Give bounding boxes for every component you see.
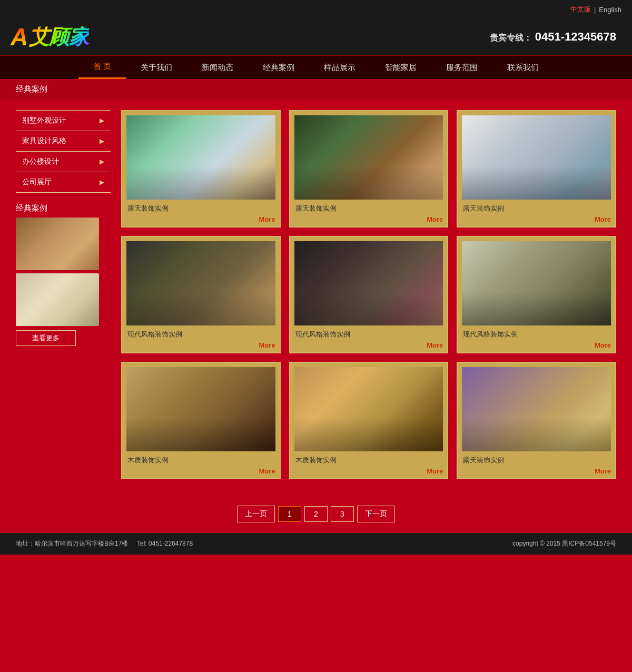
gallery-card[interactable]: 露天装饰实例 More [457, 362, 616, 479]
gallery-card-image [462, 367, 611, 451]
nav-item-news[interactable]: 新闻动态 [187, 56, 248, 79]
lang-en[interactable]: English [599, 6, 621, 14]
sidebar-item-furniture-label: 家具设计风格 [22, 136, 66, 146]
gallery-card[interactable]: 露天装饰实例 More [289, 110, 449, 228]
lang-cn[interactable]: 中文版 [570, 5, 591, 14]
main-content: 别墅外观设计 ▶ 家具设计风格 ▶ 办公楼设计 ▶ 公司展厅 ▶ 经典案例 查看… [0, 100, 632, 490]
pagination: 上一页 1 2 3 下一页 [0, 490, 632, 533]
header: A 艾顾家 贵宾专线： 0451-12345678 [0, 19, 632, 56]
gallery-card[interactable]: 现代风格装饰实例 More [289, 236, 449, 353]
sidebar-image-2[interactable] [16, 273, 99, 326]
logo[interactable]: A 艾顾家 [11, 23, 89, 51]
arrow-icon: ▶ [100, 117, 104, 124]
gallery-card-more[interactable]: More [294, 341, 443, 349]
gallery-card-more[interactable]: More [294, 467, 443, 475]
gallery-card-title: 木质装饰实例 [294, 456, 443, 465]
sidebar-item-office[interactable]: 办公楼设计 ▶ [16, 152, 111, 172]
tel-label: Tel: [137, 540, 147, 547]
sidebar: 别墅外观设计 ▶ 家具设计风格 ▶ 办公楼设计 ▶ 公司展厅 ▶ 经典案例 查看… [16, 110, 111, 479]
sidebar-section-title: 经典案例 [16, 203, 111, 213]
logo-name: 艾顾家 [29, 24, 89, 51]
hotline-label: 贵宾专线： [490, 33, 532, 42]
page-3-button[interactable]: 3 [331, 506, 354, 522]
gallery-card[interactable]: 露天装饰实例 More [121, 110, 281, 228]
nav-item-about[interactable]: 关于我们 [126, 56, 187, 79]
gallery-card[interactable]: 木质装饰实例 More [121, 362, 281, 479]
next-page-button[interactable]: 下一页 [357, 506, 395, 522]
address-text: 地址：哈尔滨市哈西万达写字楼B座17楼 [16, 540, 128, 547]
gallery-grid: 露天装饰实例 More 露天装饰实例 More 露天装饰实例 More 现代风格… [121, 110, 616, 479]
nav-item-cases[interactable]: 经典案例 [248, 56, 309, 79]
gallery-card-more[interactable]: More [126, 215, 275, 223]
hotline: 贵宾专线： 0451-12345678 [490, 30, 616, 44]
gallery-card-title: 露天装饰实例 [462, 204, 611, 213]
gallery-card[interactable]: 木质装饰实例 More [289, 362, 449, 479]
breadcrumb-text: 经典案例 [16, 84, 47, 93]
sidebar-item-villa-label: 别墅外观设计 [22, 116, 66, 125]
gallery-card-title: 木质装饰实例 [126, 456, 275, 465]
gallery-card-more[interactable]: More [462, 215, 611, 223]
gallery-card-more[interactable]: More [462, 467, 611, 475]
gallery-card-title: 现代风格装饰实例 [126, 330, 275, 339]
nav-item-contact[interactable]: 联系我们 [492, 56, 554, 79]
top-bar: 中文版 | English [0, 0, 632, 19]
gallery-card-title: 现代风格装饰实例 [294, 330, 443, 339]
sidebar-menu: 别墅外观设计 ▶ 家具设计风格 ▶ 办公楼设计 ▶ 公司展厅 ▶ [16, 110, 111, 193]
footer: 地址：哈尔滨市哈西万达写字楼B座17楼 Tel: 0451-22647878 c… [0, 533, 632, 555]
arrow-icon: ▶ [100, 137, 104, 145]
breadcrumb: 经典案例 [0, 79, 632, 100]
gallery-card-title: 现代风格装饰实例 [462, 330, 611, 339]
sidebar-item-furniture[interactable]: 家具设计风格 ▶ [16, 131, 111, 152]
prev-page-button[interactable]: 上一页 [237, 506, 275, 522]
gallery-card-image [462, 115, 611, 200]
nav-item-samples[interactable]: 样品展示 [309, 56, 370, 79]
nav-item-smarthome[interactable]: 智能家居 [370, 56, 431, 79]
sidebar-image-1[interactable] [16, 218, 99, 270]
gallery-card-title: 露天装饰实例 [462, 456, 611, 465]
gallery-card[interactable]: 现代风格装饰实例 More [457, 236, 616, 353]
gallery-card[interactable]: 露天装饰实例 More [457, 110, 616, 228]
lang-sep: | [594, 6, 596, 14]
sidebar-item-villa[interactable]: 别墅外观设计 ▶ [16, 110, 111, 131]
gallery-card-more[interactable]: More [126, 341, 275, 349]
gallery-card-image [126, 241, 275, 325]
sidebar-item-office-label: 办公楼设计 [22, 157, 59, 166]
tel-number: 0451-22647878 [149, 540, 193, 547]
gallery-card-more[interactable]: More [126, 467, 275, 475]
arrow-icon: ▶ [100, 158, 104, 165]
nav-item-home[interactable]: 首 页 [78, 56, 126, 79]
gallery-card[interactable]: 现代风格装饰实例 More [121, 236, 281, 353]
gallery-card-more[interactable]: More [462, 341, 611, 349]
gallery-card-image [294, 241, 443, 325]
hotline-number: 0451-12345678 [535, 30, 616, 43]
gallery-area: 露天装饰实例 More 露天装饰实例 More 露天装饰实例 More 现代风格… [121, 110, 616, 479]
gallery-card-title: 露天装饰实例 [126, 204, 275, 213]
gallery-card-image [294, 115, 443, 200]
arrow-icon: ▶ [100, 179, 104, 186]
gallery-card-more[interactable]: More [294, 215, 443, 223]
logo-a: A [11, 23, 28, 51]
sidebar-item-showroom[interactable]: 公司展厅 ▶ [16, 172, 111, 193]
nav-item-services[interactable]: 服务范围 [431, 56, 492, 79]
gallery-card-title: 露天装饰实例 [294, 204, 443, 213]
gallery-card-image [126, 367, 275, 451]
view-more-button[interactable]: 查看更多 [16, 330, 76, 346]
gallery-card-image [294, 367, 443, 451]
footer-address: 地址：哈尔滨市哈西万达写字楼B座17楼 Tel: 0451-22647878 [16, 539, 193, 548]
footer-copyright: copyright © 2015 黑ICP备0541579号 [512, 539, 616, 548]
gallery-card-image [462, 241, 611, 325]
navigation: 首 页 关于我们 新闻动态 经典案例 样品展示 智能家居 服务范围 联系我们 [0, 56, 632, 79]
sidebar-item-showroom-label: 公司展厅 [22, 177, 52, 187]
language-switcher[interactable]: 中文版 | English [570, 5, 621, 14]
page-1-button[interactable]: 1 [278, 506, 301, 522]
page-2-button[interactable]: 2 [304, 506, 328, 522]
gallery-card-image [126, 115, 275, 200]
